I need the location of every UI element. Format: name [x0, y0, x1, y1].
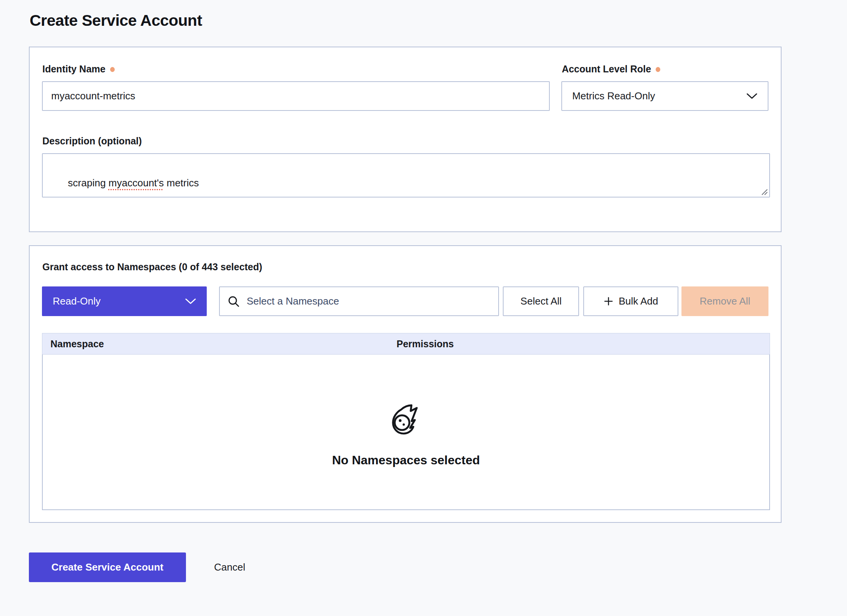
identity-name-label-text: Identity Name [42, 63, 105, 75]
remove-all-button[interactable]: Remove All [681, 286, 768, 316]
identity-name-input[interactable] [42, 81, 550, 111]
namespace-search-box[interactable] [219, 286, 499, 316]
account-level-role-value: Metrics Read-Only [572, 90, 655, 102]
description-text: scraping [68, 177, 109, 189]
namespaces-table-empty-body: No Namespaces selected [42, 355, 770, 510]
empty-state-text: No Namespaces selected [332, 453, 480, 467]
cancel-button[interactable]: Cancel [212, 561, 248, 574]
required-dot [110, 67, 115, 72]
namespace-search-input[interactable] [246, 295, 491, 308]
page-title: Create Service Account [30, 12, 847, 30]
permission-role-dropdown[interactable]: Read-Only [42, 286, 207, 316]
resize-handle-icon[interactable] [760, 188, 768, 196]
account-level-role-label-text: Account Level Role [562, 63, 651, 75]
required-dot [656, 67, 660, 72]
column-header-namespace: Namespace [42, 338, 397, 350]
description-textarea[interactable]: scraping myaccount's metrics [42, 153, 770, 198]
description-misspelled-word: myaccount's [109, 177, 164, 189]
search-icon [228, 295, 240, 308]
bulk-add-label: Bulk Add [619, 295, 658, 307]
namespaces-card: Grant access to Namespaces (0 of 443 sel… [29, 245, 782, 523]
description-label: Description (optional) [42, 135, 768, 147]
chevron-down-icon [185, 298, 196, 305]
select-all-button[interactable]: Select All [503, 286, 579, 316]
namespaces-table: Namespace Permissions No Namespaces sele… [42, 333, 770, 510]
description-label-text: Description (optional) [42, 135, 142, 147]
description-text: metrics [164, 177, 199, 189]
account-level-role-label: Account Level Role [562, 63, 768, 75]
chevron-down-icon [746, 93, 758, 99]
identity-name-label: Identity Name [42, 63, 550, 75]
plus-icon [604, 296, 613, 306]
account-level-role-select[interactable]: Metrics Read-Only [561, 81, 768, 111]
namespaces-table-header: Namespace Permissions [42, 333, 770, 355]
column-header-permissions: Permissions [397, 338, 454, 350]
service-account-form-card: Identity Name Account Level Role Metrics… [29, 47, 782, 232]
create-service-account-button[interactable]: Create Service Account [29, 552, 186, 582]
meteor-icon [389, 402, 423, 435]
bulk-add-button[interactable]: Bulk Add [583, 286, 678, 316]
permission-role-value: Read-Only [53, 295, 100, 307]
namespaces-heading: Grant access to Namespaces (0 of 443 sel… [42, 261, 768, 273]
